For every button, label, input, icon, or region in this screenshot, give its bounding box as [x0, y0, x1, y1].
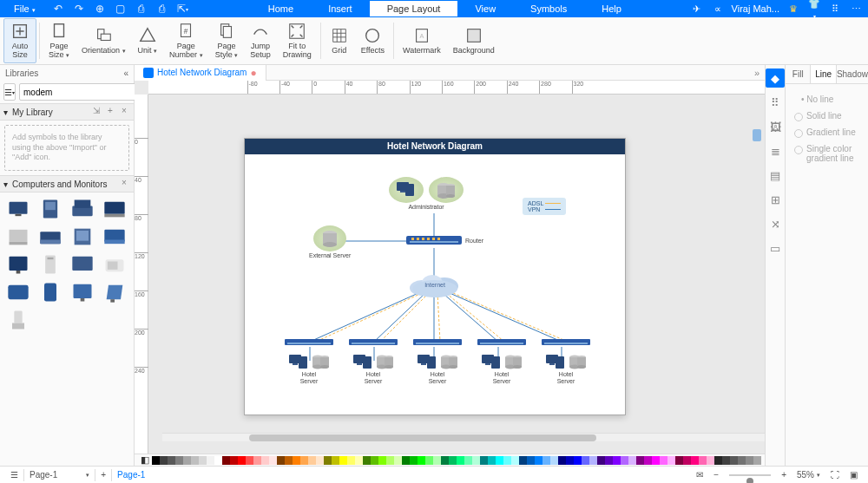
color-swatch[interactable]: [293, 456, 300, 465]
color-swatch[interactable]: [449, 456, 457, 465]
ribbon-auto-size[interactable]: Auto Size: [3, 18, 36, 63]
ribbon-page-number[interactable]: #Page Number ▾: [163, 18, 209, 63]
color-swatch[interactable]: [613, 456, 621, 465]
tab-insert[interactable]: Insert: [311, 1, 370, 16]
color-swatch[interactable]: [222, 456, 230, 465]
library-category-button[interactable]: ☰▾: [3, 83, 16, 101]
library-shape[interactable]: [36, 279, 64, 305]
node-external-server[interactable]: External Server: [309, 225, 351, 259]
color-swatch[interactable]: [214, 456, 222, 465]
color-swatch[interactable]: [699, 456, 707, 465]
tab-page-layout[interactable]: Page Layout: [370, 1, 458, 16]
color-swatch[interactable]: [425, 456, 433, 465]
ribbon-background[interactable]: Background: [447, 18, 501, 63]
color-swatch[interactable]: [464, 456, 472, 465]
file-menu[interactable]: File ▾: [5, 3, 44, 14]
library-shape[interactable]: [68, 279, 96, 305]
export-icon[interactable]: ⇱▾: [176, 2, 190, 16]
color-swatch[interactable]: [667, 456, 675, 465]
color-swatch[interactable]: [347, 456, 355, 465]
send-icon[interactable]: ✈: [690, 3, 704, 15]
color-swatch[interactable]: [566, 456, 574, 465]
color-swatch[interactable]: [519, 456, 527, 465]
color-swatch[interactable]: [714, 456, 722, 465]
fullscreen-icon[interactable]: ⛶: [825, 470, 845, 480]
tab-home[interactable]: Home: [251, 1, 311, 16]
open-icon[interactable]: ▢: [114, 2, 128, 16]
color-swatch[interactable]: [597, 456, 605, 465]
color-swatch[interactable]: [550, 456, 558, 465]
color-swatch[interactable]: [324, 456, 332, 465]
color-swatch[interactable]: [207, 456, 214, 465]
line-opt-solid[interactable]: Solid line: [794, 108, 859, 124]
color-swatch[interactable]: [542, 456, 550, 465]
library-shape[interactable]: [3, 196, 32, 222]
ribbon-fit-to-drawing[interactable]: Fit to Drawing: [277, 18, 318, 63]
color-swatch[interactable]: [488, 456, 496, 465]
color-swatch[interactable]: [261, 456, 269, 465]
node-hotel-server[interactable]: Hotel Server: [536, 338, 595, 384]
color-swatch[interactable]: [472, 456, 480, 465]
color-swatch[interactable]: [535, 456, 542, 465]
collapse-panel-icon[interactable]: «: [123, 69, 128, 78]
pages-list-icon[interactable]: ☰: [5, 470, 23, 480]
chevron-down-icon[interactable]: ▾: [3, 108, 12, 117]
horizontal-scrollbar[interactable]: [162, 433, 765, 441]
tab-help[interactable]: Help: [584, 1, 639, 16]
library-shape[interactable]: [3, 224, 32, 250]
library-shape[interactable]: [100, 251, 128, 277]
current-page-label[interactable]: Page-1: [112, 470, 150, 480]
color-swatch[interactable]: [574, 456, 582, 465]
color-swatch[interactable]: [402, 456, 410, 465]
color-swatch[interactable]: [246, 456, 253, 465]
library-shape[interactable]: [100, 196, 128, 222]
close-icon[interactable]: ×: [118, 178, 130, 190]
color-swatch[interactable]: [558, 456, 566, 465]
node-internet[interactable]: Internet: [406, 272, 464, 298]
node-administrator[interactable]: Administrator: [389, 177, 464, 211]
color-swatch[interactable]: [238, 456, 246, 465]
library-shape[interactable]: [100, 224, 128, 250]
color-swatch[interactable]: [183, 456, 191, 465]
theme-icon[interactable]: ◆: [766, 69, 785, 88]
tab-view[interactable]: View: [457, 1, 513, 16]
ribbon-effects[interactable]: Effects: [355, 18, 391, 63]
color-swatch[interactable]: [582, 456, 589, 465]
color-swatch[interactable]: [503, 456, 511, 465]
color-swatch[interactable]: [418, 456, 425, 465]
apps-icon[interactable]: ⠿: [828, 3, 842, 15]
color-swatch[interactable]: [410, 456, 418, 465]
print-icon[interactable]: ⎙: [155, 2, 169, 16]
drawing-page[interactable]: Hotel Network Diagram: [244, 138, 626, 415]
zoom-in-button[interactable]: +: [776, 470, 792, 480]
color-swatch[interactable]: [394, 456, 402, 465]
zoom-level[interactable]: 55% ▾: [792, 470, 825, 480]
color-swatch[interactable]: [730, 456, 738, 465]
format-tab-shadow[interactable]: Shadow: [837, 65, 868, 83]
color-swatch[interactable]: [253, 456, 261, 465]
ribbon-jump-setup[interactable]: Jump Setup: [244, 18, 277, 63]
tab-symbols[interactable]: Symbols: [513, 1, 584, 16]
undo-icon[interactable]: ↶: [51, 2, 65, 16]
node-hotel-server[interactable]: Hotel Server: [472, 338, 531, 384]
color-swatch[interactable]: [675, 456, 683, 465]
format-tab-line[interactable]: Line: [810, 65, 836, 83]
color-swatch[interactable]: [355, 456, 363, 465]
ribbon-unit[interactable]: Unit ▾: [132, 18, 164, 63]
color-swatch[interactable]: [722, 456, 730, 465]
tshirt-icon[interactable]: 👕▾: [807, 0, 821, 20]
color-swatch[interactable]: [316, 456, 324, 465]
zoom-slider[interactable]: [724, 474, 776, 476]
color-swatch[interactable]: [496, 456, 503, 465]
expand-sidebar-icon[interactable]: »: [749, 68, 765, 78]
layers-icon[interactable]: ≣: [766, 141, 785, 160]
node-hotel-server[interactable]: Hotel Server: [408, 338, 467, 384]
shapes-panel-icon[interactable]: ⠿: [766, 93, 785, 112]
new-icon[interactable]: ⊕: [93, 2, 107, 16]
shuffle-icon[interactable]: ⤨: [766, 214, 785, 233]
color-swatch[interactable]: [378, 456, 386, 465]
canvas-viewport[interactable]: Hotel Network Diagram: [148, 95, 765, 454]
ribbon-page-style[interactable]: Page Style ▾: [209, 18, 245, 63]
color-swatch[interactable]: [511, 456, 519, 465]
color-swatch[interactable]: [371, 456, 378, 465]
